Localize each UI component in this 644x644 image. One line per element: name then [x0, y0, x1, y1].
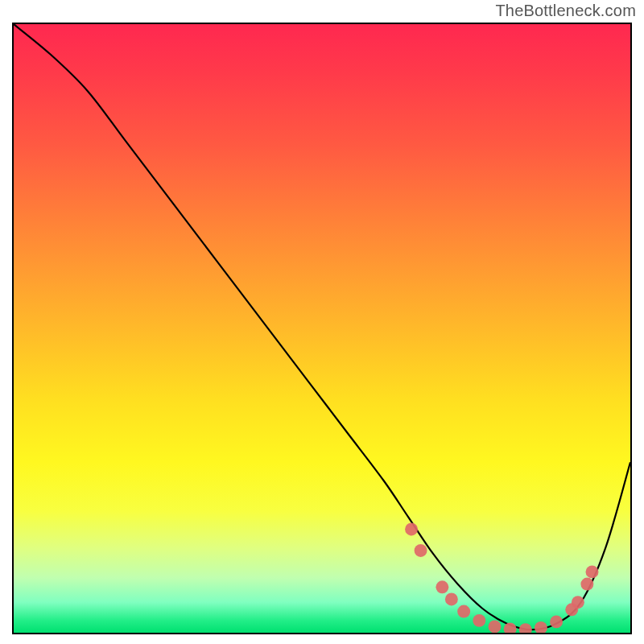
chart-container: TheBottleneck.com	[0, 0, 644, 644]
watermark-text: TheBottleneck.com	[495, 2, 636, 20]
plot-area	[12, 23, 632, 634]
gradient-background	[14, 24, 630, 633]
